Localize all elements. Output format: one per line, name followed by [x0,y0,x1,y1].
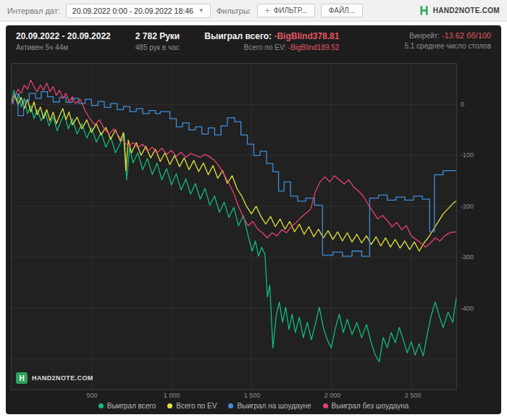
graph-plot-area[interactable]: H HAND2NOTE.COM [11,63,457,390]
stats-header: 20.09.2022 - 20.09.2022 Активен 5ч 44м 2… [6,31,501,62]
session-date-block: 20.09.2022 - 20.09.2022 Активен 5ч 44м [16,31,111,51]
winrate-value: -13.62 бб/100 [442,31,491,40]
ev-total-label: Всего по EV: [244,43,287,51]
won-total-line: Выиграл всего: -BigBlind378.81 [204,31,339,41]
report-panel: 20.09.2022 - 20.09.2022 Активен 5ч 44м 2… [6,25,501,414]
legend-label: Выиграл всего [107,402,156,410]
won-total-value: -BigBlind378.81 [274,31,339,41]
date-range-selector[interactable]: 20.09.2022 0:00 - 20.09.2022 18:46 ▼ [66,4,211,18]
legend-label: Выиграл без шоудауна [332,402,409,410]
legend-dot [323,403,328,408]
avg-tables: 5.1 среднее число столов [404,42,491,50]
winnings-chart [12,64,456,390]
watermark: H HAND2NOTE.COM [16,372,93,384]
ev-total-line: Всего по EV: -BigBlind189.52 [204,43,339,51]
legend-item-3[interactable]: Выиграл без шоудауна [323,402,409,410]
legend-label: Всего по EV [176,402,217,410]
winrate-label: Винрейт: [409,32,440,40]
legend-dot [228,403,233,408]
legend-dot [99,403,104,408]
ev-total-value: -BigBlind189.52 [288,43,340,51]
hands-per-hour: 485 рук в час [135,43,180,51]
hands-count: 2 782 Руки [135,31,180,41]
hand2note-logo: HAND2NOTE.COM [419,5,500,16]
x-tick-label: 500 [86,392,97,399]
series-line-0 [12,91,456,362]
y-tick-label: -100 [461,151,474,159]
y-tick-label: -200 [461,203,474,210]
legend-item-2[interactable]: Выиграл на шоудауне [228,402,311,410]
date-interval-label: Интервал дат: [7,7,60,15]
add-filter-label: ФИЛЬТР... [274,7,307,14]
legend-label: Выиграл на шоудауне [237,402,311,410]
winrate-line: Винрейт: -13.62 бб/100 [404,31,491,40]
logo-text: HAND2NOTE.COM [433,7,500,14]
chart-legend: Выиграл всегоВсего по EVВыиграл на шоуда… [6,400,501,410]
y-tick-label: -400 [461,305,474,312]
series-line-2 [12,92,456,256]
legend-item-0[interactable]: Выиграл всего [99,402,156,410]
x-tick-label: 1 000 [164,392,180,399]
hand2note-watermark-icon: H [16,372,28,384]
legend-dot [167,403,172,408]
watermark-text: HAND2NOTE.COM [32,374,93,382]
x-tick-label: 1 500 [244,392,261,399]
toolbar: Интервал дат: 20.09.2022 0:00 - 20.09.20… [0,0,507,22]
y-tick-label: 0 [461,101,464,108]
x-tick-label: 2 500 [405,392,422,399]
hands-block: 2 782 Руки 485 рук в час [135,31,180,51]
plus-icon: + [265,8,270,14]
legend-item-1[interactable]: Всего по EV [167,402,217,410]
report-date-range: 20.09.2022 - 20.09.2022 [16,31,111,41]
series-line-3 [12,80,456,248]
chart-zone: H HAND2NOTE.COM 0-100-200-300-400 [11,63,501,390]
chevron-down-icon: ▼ [198,7,204,14]
series-line-1 [12,96,456,251]
winnings-block: Выиграл всего: -BigBlind378.81 Всего по … [204,31,339,51]
winrate-block: Винрейт: -13.62 бб/100 5.1 среднее число… [404,31,491,50]
file-button-label: ФАЙЛ... [329,7,355,14]
won-total-label: Выиграл всего: [204,31,272,41]
y-axis-labels: 0-100-200-300-400 [457,63,487,390]
date-range-value: 20.09.2022 0:00 - 20.09.2022 18:46 [72,7,193,15]
file-button[interactable]: ФАЙЛ... [321,4,363,17]
active-time: Активен 5ч 44м [16,43,111,51]
filters-label: Фильтры: [217,7,251,15]
x-axis-labels: 5001 0001 5002 0002 500 [12,390,458,400]
hand2note-logo-icon [419,5,430,16]
add-filter-button[interactable]: + ФИЛЬТР... [257,4,315,17]
x-tick-label: 2 000 [324,392,341,399]
hand2note-report-window: Интервал дат: 20.09.2022 0:00 - 20.09.20… [0,0,507,414]
y-tick-label: -300 [461,253,474,261]
